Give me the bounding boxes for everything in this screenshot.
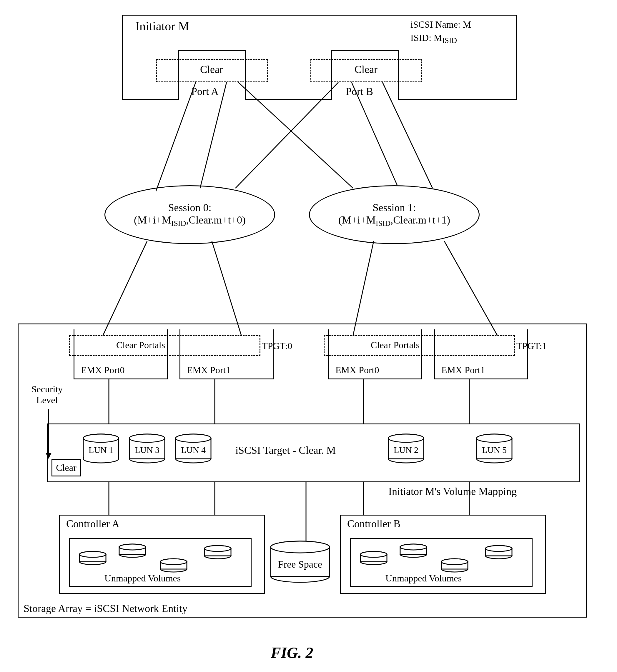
storage-array-title: Storage Array = iSCSI Network Entity	[24, 602, 187, 615]
iscsi-target-title: iSCSI Target - Clear. M	[235, 444, 336, 456]
port-a-label: Port A	[191, 85, 219, 98]
emx-port1-b-label: EMX Port1	[441, 365, 485, 376]
svg-line-84	[212, 241, 241, 335]
session1-ellipse: Session 1: (M+i+MISID,Clear.m+t+1)	[309, 185, 479, 244]
clear-label: Clear	[56, 462, 76, 473]
emx-port1-a-label: EMX Port1	[187, 365, 230, 376]
port-a-clear: Clear	[200, 63, 223, 76]
isid-label: ISID: MISID	[410, 32, 457, 45]
controller-b-label: Controller B	[347, 518, 400, 530]
emx-port0-a-label: EMX Port0	[81, 365, 125, 376]
iscsi-architecture-diagram: Initiator M iSCSI Name: M ISID: MISID Cl…	[0, 0, 617, 672]
clear-portals-b-label: Clear Portals	[371, 340, 420, 351]
clear-portals-a-label: Clear Portals	[116, 340, 165, 351]
session0-ellipse: Session 0: (M+i+MISID,Clear.m+t+0)	[105, 185, 275, 244]
port-b-clear: Clear	[355, 63, 378, 76]
svg-line-83	[103, 241, 147, 335]
emx-port0-b-label: EMX Port0	[336, 365, 379, 376]
svg-line-86	[444, 241, 497, 335]
session0-title: Session 0:	[168, 202, 211, 214]
session0-detail: (M+i+MISID,Clear.m+t+0)	[134, 214, 246, 228]
port-b-label: Port B	[346, 85, 373, 98]
iscsi-name-label: iSCSI Name: M	[410, 19, 471, 30]
initiator-title: Initiator M	[135, 19, 189, 33]
unmapped-a-label: Unmapped Volumes	[105, 573, 181, 584]
session1-title: Session 1:	[373, 202, 416, 214]
security-level-label: Security Level	[26, 384, 68, 405]
svg-line-85	[353, 241, 374, 335]
controller-a-label: Controller A	[66, 518, 120, 530]
tpgt1-label: TPGT:1	[517, 341, 547, 351]
clear-label-box: Clear	[51, 459, 81, 476]
mapping-label: Initiator M's Volume Mapping	[388, 485, 517, 497]
session1-detail: (M+i+MISID,Clear.m+t+1)	[338, 214, 450, 228]
figure-label: FIG. 2	[271, 644, 313, 661]
tpgt0-label: TPGT:0	[262, 341, 292, 351]
unmapped-b-label: Unmapped Volumes	[385, 573, 462, 584]
